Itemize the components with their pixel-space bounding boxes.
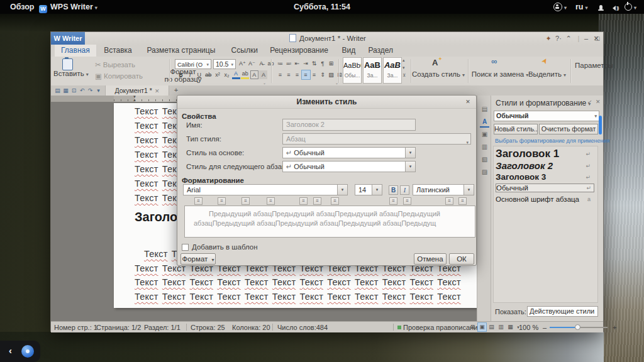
align-right-toggle-icon[interactable]: ≡ <box>242 197 250 205</box>
more-views-icon[interactable]: ▦ <box>506 323 514 331</box>
number-list-icon[interactable]: ≕ <box>285 59 293 68</box>
status-segment[interactable]: Раздел: 1/1 <box>144 323 180 332</box>
preview-icon[interactable]: ⊡ <box>70 86 78 95</box>
bold-toggle[interactable]: B <box>389 185 398 195</box>
indent-decrease-toggle-icon[interactable]: ≡ <box>445 197 453 205</box>
distribute-icon[interactable]: ≡ <box>310 70 318 79</box>
highlight-icon[interactable]: ab <box>241 70 249 79</box>
style-name-input[interactable]: Заголовок 2 <box>282 119 416 131</box>
cancel-button[interactable]: Отмена <box>414 253 447 265</box>
writer-menu-button[interactable]: W Writer <box>51 32 85 45</box>
chevron-down-icon[interactable]: ▾ <box>337 185 347 195</box>
italic-toggle[interactable]: I <box>400 185 409 195</box>
align-left-toggle-icon[interactable]: ≡ <box>194 197 203 205</box>
justify-icon[interactable]: ≡ <box>301 70 311 80</box>
document-icon[interactable]: ▤ <box>480 104 489 114</box>
para-marks-icon[interactable]: ¶ <box>319 59 327 68</box>
save-icon[interactable]: ▤ <box>53 86 62 95</box>
tab-Ссылки[interactable]: Ссылки <box>225 45 264 57</box>
strike-icon[interactable]: ab <box>204 70 213 79</box>
gallery-down-icon[interactable]: ▾ <box>402 65 405 70</box>
char-border-icon[interactable]: А <box>250 70 258 79</box>
chevron-down-icon[interactable]: ▾ <box>372 185 382 195</box>
print-icon[interactable]: ▦ <box>62 86 70 95</box>
justify-toggle-icon[interactable]: ≡ <box>267 197 275 205</box>
line-space-1-toggle-icon[interactable]: ≡ <box>299 197 308 205</box>
paste-button[interactable]: Вставить▾ <box>53 70 89 77</box>
sort-icon[interactable]: ⇅ <box>310 59 318 68</box>
current-style-combo[interactable]: Обычный▾ <box>494 111 599 121</box>
zoom-slider-knob[interactable] <box>575 324 580 330</box>
line-space-2-toggle-icon[interactable]: ≡ <box>331 197 339 205</box>
align-left-icon[interactable]: ≡ <box>276 70 284 79</box>
copy-button[interactable]: ▣ Копировать <box>95 72 143 80</box>
keyboard-layout-menu[interactable]: ru▾ <box>575 0 588 14</box>
grow-font-icon[interactable]: A⁺ <box>238 59 247 68</box>
gallery-style-3[interactable]: AaBЗа... <box>383 57 402 84</box>
tab-Вид[interactable]: Вид <box>336 45 362 57</box>
panel-close-icon[interactable]: ✕ <box>596 99 601 105</box>
clear-format-button[interactable]: Очистить формат <box>539 124 598 134</box>
font-name-combo[interactable]: Calibri (О▾ <box>175 59 211 69</box>
align-right-icon[interactable]: ≡ <box>293 70 301 79</box>
power-menu[interactable]: ▾ <box>625 0 636 14</box>
italic-icon[interactable]: I <box>186 70 194 79</box>
format-font-combo[interactable]: Arial▾ <box>183 184 348 195</box>
tab-Вставка[interactable]: Вставка <box>97 45 138 57</box>
status-segment[interactable]: Страница: 1/2 <box>96 323 141 332</box>
tab-Рецензирование[interactable]: Рецензирование <box>264 45 335 57</box>
new-style-button[interactable]: Новый стиль.. <box>494 124 538 134</box>
space-above-toggle-icon[interactable]: ≡ <box>389 197 397 205</box>
dialog-close-icon[interactable]: ✕ <box>464 97 472 106</box>
window-titlebar[interactable]: W Writer Документ1 * - Writer ✦ ?· ⌃ | –… <box>51 32 603 45</box>
dialog-title[interactable]: Изменить стиль <box>177 96 476 109</box>
accessibility-menu[interactable]: ▾ <box>553 0 567 14</box>
activities-button[interactable]: Обзор <box>10 0 34 14</box>
shrink-font-icon[interactable]: A⁻ <box>248 59 256 68</box>
create-style-button[interactable]: Создать стиль▾ <box>411 70 466 78</box>
tab-Разметка страницы[interactable]: Разметка страницы <box>140 45 221 57</box>
underline-icon[interactable]: U <box>195 70 203 79</box>
grid-icon[interactable]: ⊞ <box>327 59 335 68</box>
space-below-toggle-icon[interactable]: ≡ <box>403 197 411 205</box>
group-expander-icon[interactable]: ⌄ <box>263 82 266 85</box>
status-segment[interactable]: Число слов:484 <box>277 323 328 332</box>
chevron-down-icon[interactable]: ▾ <box>405 162 415 172</box>
tab-Раздел[interactable]: Раздел <box>362 45 399 57</box>
script-combo[interactable]: Латинский▾ <box>413 184 474 195</box>
format-size-combo[interactable]: 14▾ <box>355 184 382 195</box>
style-item-normal[interactable]: Обычный↵ <box>496 184 594 192</box>
zoom-out-button[interactable]: – <box>543 323 547 332</box>
style-item-h1[interactable]: Заголовок 1↵ <box>496 148 593 160</box>
chevron-down-icon[interactable]: ▾ <box>464 185 474 195</box>
bold-icon[interactable]: B <box>177 70 185 79</box>
status-segment[interactable]: Строка: 25 <box>191 323 225 332</box>
indent-icon[interactable]: ⇥ <box>302 59 310 68</box>
status-segment[interactable]: Колонка: 20 <box>232 323 270 332</box>
style-type-combo[interactable]: Абзац▾ <box>282 133 471 145</box>
find-replace-button[interactable]: Поиск и замена▾ <box>471 70 529 78</box>
bookmark-icon[interactable]: ▨ <box>480 167 489 177</box>
document-tab[interactable]: Документ1 *✕ <box>105 85 169 96</box>
volume-indicator[interactable]: )) <box>610 0 618 14</box>
line-space-icon[interactable]: ⇕ <box>319 70 327 79</box>
add-to-template-checkbox[interactable] <box>182 244 189 251</box>
status-segment[interactable]: Номер стр.: 1 <box>54 323 97 332</box>
chevron-down-icon[interactable]: ▾ <box>405 148 415 158</box>
style-item-char[interactable]: Основной шрифт абзацаа <box>496 195 593 203</box>
gallery-style-2[interactable]: AaBЗа... <box>363 57 382 84</box>
char-shading-icon[interactable]: A <box>259 70 267 79</box>
print-layout-icon[interactable]: ▣ <box>477 322 487 332</box>
gallery-up-icon[interactable]: ▴ <box>402 58 405 63</box>
close-tab-icon[interactable]: ✕ <box>155 88 160 94</box>
show-styles-combo[interactable]: Действующие стили▾ <box>527 306 598 317</box>
scrollbar-thumb[interactable] <box>599 116 602 134</box>
style-item-h3[interactable]: Заголовок 3↵ <box>496 172 593 182</box>
new-tab-button[interactable]: + <box>172 85 180 96</box>
superscript-icon[interactable]: x² <box>213 70 221 79</box>
fit-icon[interactable]: ⊠ <box>469 323 477 331</box>
based-on-combo[interactable]: ↵ Обычный▾ <box>282 147 416 158</box>
cut-button[interactable]: ✂ Вырезать <box>95 60 135 69</box>
gallery-more-icon[interactable]: ⊻ <box>402 73 406 78</box>
shade-icon[interactable]: ▨ <box>327 70 335 79</box>
